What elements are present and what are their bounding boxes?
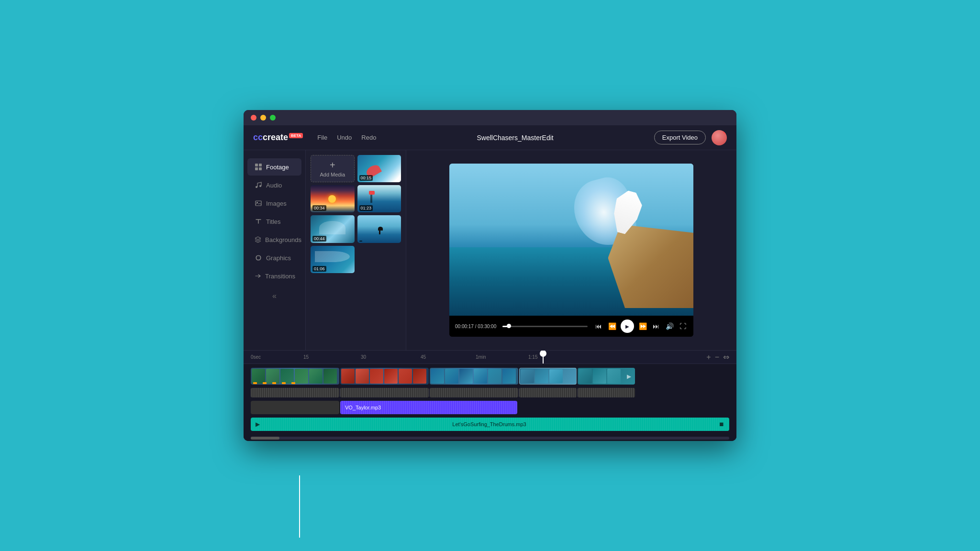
time-display: 00:00:17 / 03:30:00 <box>455 324 496 329</box>
timeline-zoom-controls: + − ⇔ <box>706 353 729 361</box>
video-segment-4[interactable] <box>519 368 577 385</box>
sidebar-transitions-label: Transitions <box>265 273 295 280</box>
play-button[interactable]: ▶ <box>621 320 634 333</box>
sidebar-item-graphics[interactable]: Graphics <box>247 249 301 266</box>
collapse-sidebar-button[interactable]: « <box>244 289 305 303</box>
waveform-4 <box>519 388 577 397</box>
svg-rect-1 <box>259 164 262 166</box>
surfer-scene <box>449 164 693 316</box>
top-bar: cccreateBETA File Undo Redo SwellChasers… <box>244 125 736 150</box>
plus-icon: + <box>330 160 335 170</box>
thumb-3-duration: 01:23 <box>359 205 373 211</box>
sidebar-graphics-label: Graphics <box>266 254 291 262</box>
sidebar: Footage Audio <box>244 150 306 350</box>
music-track: ▶ Let'sGoSurfing_TheDrums.mp3 ⏹ <box>251 418 729 431</box>
ruler-1min: 1min <box>476 354 486 360</box>
sidebar-images-label: Images <box>266 200 287 207</box>
sidebar-titles-label: Titles <box>266 218 281 225</box>
media-thumb-1[interactable]: 00:15 <box>357 155 401 182</box>
browser-window: cccreateBETA File Undo Redo SwellChasers… <box>244 110 736 441</box>
svg-rect-3 <box>259 167 262 170</box>
sidebar-item-audio[interactable]: Audio <box>247 176 301 194</box>
avatar[interactable]: 5 <box>712 130 727 145</box>
text-icon <box>255 218 262 225</box>
waveform-1 <box>251 388 339 397</box>
video-segment-3[interactable] <box>430 368 518 385</box>
progress-dot <box>507 324 511 328</box>
sidebar-item-titles[interactable]: Titles <box>247 213 301 230</box>
svg-point-5 <box>259 185 261 187</box>
add-media-button[interactable]: + Add Media <box>311 155 355 182</box>
grid-icon <box>255 163 262 171</box>
transitions-icon <box>255 272 261 280</box>
layers-icon <box>255 236 261 243</box>
media-thumb-2[interactable]: 00:34 <box>311 185 355 212</box>
vo-track: VO_Taylor.mp3 <box>251 401 729 414</box>
notification-dot: 5 <box>723 130 727 134</box>
export-button[interactable]: Export Video <box>654 131 706 144</box>
timeline-section: 0sec 15 30 45 1min 1:15 + − ⇔ <box>244 350 736 441</box>
media-thumb-3[interactable]: 01:23 <box>357 185 401 212</box>
step-back-button[interactable]: ⏪ <box>607 322 617 330</box>
svg-rect-0 <box>255 164 258 166</box>
sidebar-item-footage[interactable]: Footage <box>247 158 301 176</box>
playhead-ruler <box>543 351 544 364</box>
skip-back-button[interactable]: ⏮ <box>594 322 603 330</box>
chevron-left-icon: « <box>272 292 277 300</box>
beta-badge: BETA <box>289 133 303 138</box>
time-total: 03:30:00 <box>478 324 496 329</box>
fit-view-button[interactable]: ⇔ <box>723 353 729 361</box>
top-right: Export Video 5 <box>654 130 727 145</box>
sidebar-backgrounds-label: Backgrounds <box>265 236 301 243</box>
scrollbar-thumb <box>251 437 279 440</box>
sidebar-item-transitions[interactable]: Transitions <box>247 267 301 285</box>
close-button[interactable] <box>251 115 256 121</box>
music-segment[interactable]: ▶ Let'sGoSurfing_TheDrums.mp3 ⏹ <box>251 418 729 431</box>
undo-menu[interactable]: Undo <box>337 134 352 141</box>
media-thumb-4[interactable]: 00:44 <box>311 215 355 242</box>
maximize-button[interactable] <box>270 115 276 121</box>
time-current: 00:00:17 <box>455 324 474 329</box>
redo-menu[interactable]: Redo <box>361 134 376 141</box>
project-title: SwellChasers_MasterEdit <box>376 134 654 142</box>
zoom-out-button[interactable]: − <box>715 353 719 361</box>
media-thumb-6[interactable]: 01:06 <box>311 246 355 273</box>
music-icon <box>255 181 262 189</box>
svg-rect-6 <box>256 201 261 206</box>
playhead-top-circle <box>540 350 546 357</box>
ruler-45: 45 <box>421 354 426 360</box>
svg-point-4 <box>256 186 257 188</box>
file-menu[interactable]: File <box>317 134 327 141</box>
menu-items: File Undo Redo <box>317 134 376 141</box>
sidebar-item-backgrounds[interactable]: Backgrounds <box>247 231 301 248</box>
ruler-30: 30 <box>361 354 366 360</box>
step-forward-button[interactable]: ⏩ <box>638 322 647 330</box>
media-grid: + Add Media 00:15 <box>311 155 401 273</box>
video-segment-1[interactable] <box>251 368 339 385</box>
video-player: 00:00:17 / 03:30:00 ⏮ ⏪ ▶ ⏩ ⏭ 🔊 <box>449 164 693 337</box>
volume-icon[interactable]: 🔊 <box>665 322 674 330</box>
cliff-rock <box>608 224 694 308</box>
audio-waveform-row <box>251 388 729 397</box>
sidebar-audio-label: Audio <box>266 182 282 189</box>
zoom-in-button[interactable]: + <box>706 353 711 361</box>
skip-forward-button[interactable]: ⏭ <box>651 322 661 330</box>
browser-chrome <box>244 110 736 125</box>
ruler-marks: 0sec 15 30 45 1min 1:15 <box>251 351 706 364</box>
progress-fill <box>502 326 509 327</box>
ruler-115: 1:15 <box>528 354 537 360</box>
progress-bar[interactable] <box>502 326 588 327</box>
video-segment-2[interactable] <box>340 368 429 385</box>
add-media-label: Add Media <box>320 172 345 177</box>
timeline-scrollbar[interactable] <box>251 437 729 440</box>
minimize-button[interactable] <box>260 115 266 121</box>
fullscreen-icon[interactable]: ⛶ <box>678 322 688 330</box>
media-panel: + Add Media 00:15 <box>306 150 406 350</box>
sidebar-item-images[interactable]: Images <box>247 195 301 212</box>
media-thumb-5[interactable] <box>357 215 401 242</box>
app-content: cccreateBETA File Undo Redo SwellChasers… <box>244 125 736 441</box>
video-track-row: ▶ <box>251 368 729 389</box>
vo-segment[interactable]: VO_Taylor.mp3 <box>340 401 517 414</box>
video-segment-5[interactable]: ▶ <box>578 368 635 385</box>
shapes-icon <box>255 254 262 262</box>
